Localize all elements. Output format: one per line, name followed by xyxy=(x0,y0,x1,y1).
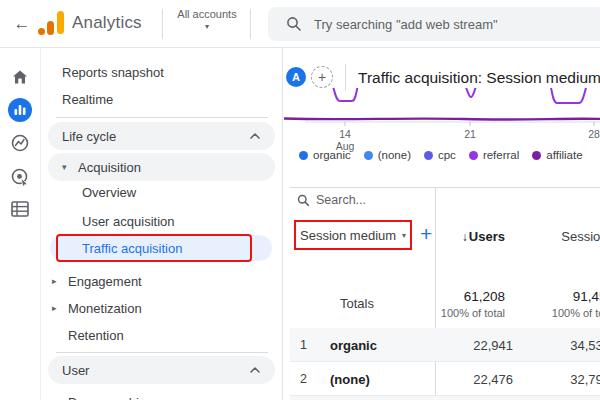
chart-legend: organic (none) cpc referral affiliate xyxy=(299,149,583,161)
caret-down-icon: ▾ xyxy=(402,231,406,240)
affiliate-series-line xyxy=(284,119,600,120)
legend-label: affiliate xyxy=(546,149,582,161)
caret-down-icon: ▾ xyxy=(168,22,246,31)
sidebar-item-monetization[interactable]: ▸ Monetization xyxy=(42,294,275,322)
divider xyxy=(162,9,163,39)
column-header-label: Users xyxy=(469,229,505,244)
sidebar-item-user-acquisition[interactable]: User acquisition xyxy=(42,207,275,235)
divider xyxy=(345,64,346,91)
search-icon xyxy=(297,194,310,207)
table-row[interactable]: 3 cpc 9,266 11,945 xyxy=(290,396,600,400)
x-tick-label: 21 xyxy=(459,128,481,140)
divider xyxy=(56,117,268,118)
table-border xyxy=(290,187,600,188)
sidebar-section-user[interactable]: User xyxy=(48,356,275,384)
legend-label: organic xyxy=(313,149,351,161)
home-icon[interactable] xyxy=(8,65,32,89)
sort-descending-icon: ↓ xyxy=(462,230,468,244)
legend-item-referral: referral xyxy=(469,149,519,161)
referral-series-line xyxy=(284,88,600,103)
row-sessions-value: 34,532 xyxy=(570,338,600,353)
legend-dot-icon xyxy=(424,151,433,160)
segment-avatar[interactable]: A xyxy=(286,67,306,87)
sidebar-item-realtime[interactable]: Realtime xyxy=(42,85,275,113)
sidebar-item-reports-snapshot[interactable]: Reports snapshot xyxy=(42,58,275,86)
totals-row-label: Totals xyxy=(340,296,374,311)
section-header-label: User xyxy=(62,363,89,378)
row-users-value: 22,476 xyxy=(473,372,513,387)
sidebar-item-demographics[interactable]: ▸ Demographics xyxy=(42,388,275,400)
legend-dot-icon xyxy=(299,151,308,160)
legend-dot-icon xyxy=(469,151,478,160)
explore-icon[interactable] xyxy=(8,131,32,155)
sidebar-item-label: Demographics xyxy=(68,395,152,400)
legend-label: cpc xyxy=(438,149,456,161)
triangle-down-icon: ▾ xyxy=(62,162,78,172)
account-selector-label: All accounts xyxy=(168,8,246,20)
row-dimension: (none) xyxy=(330,372,370,387)
sidebar-item-label: User acquisition xyxy=(82,214,175,229)
chevron-up-icon xyxy=(249,366,261,374)
totals-sessions-value: 91,452 xyxy=(573,289,600,304)
account-selector[interactable]: All accounts ▾ xyxy=(168,8,246,31)
triangle-right-icon: ▸ xyxy=(52,303,68,313)
section-header-label: Life cycle xyxy=(62,129,116,144)
global-search-input[interactable] xyxy=(314,17,554,32)
report-nav-sidebar: Reports snapshot Realtime Life cycle ▾ A… xyxy=(42,48,283,400)
sidebar-item-acquisition[interactable]: ▾ Acquisition xyxy=(48,153,275,181)
global-search-bar[interactable] xyxy=(268,7,600,41)
admin-library-icon[interactable] xyxy=(8,197,32,221)
triangle-right-icon: ▸ xyxy=(52,276,68,286)
table-row[interactable]: 1 organic 22,941 34,532 xyxy=(290,328,600,362)
sidebar-section-life-cycle[interactable]: Life cycle xyxy=(48,122,275,150)
legend-label: (none) xyxy=(378,149,411,161)
add-dimension-button[interactable]: + xyxy=(420,222,432,246)
sidebar-item-label: Retention xyxy=(68,328,124,343)
sidebar-item-label: Overview xyxy=(82,185,136,200)
sidebar-item-engagement[interactable]: ▸ Engagement xyxy=(42,267,275,295)
line-chart-fragment xyxy=(284,88,600,126)
advertising-icon[interactable] xyxy=(8,165,32,189)
divider xyxy=(250,9,251,39)
sidebar-item-label: Engagement xyxy=(68,274,142,289)
legend-dot-icon xyxy=(364,151,373,160)
legend-item-none: (none) xyxy=(364,149,411,161)
top-app-bar: ← Analytics All accounts ▾ xyxy=(0,0,600,48)
sidebar-item-overview[interactable]: Overview xyxy=(42,178,275,206)
dimension-selector[interactable]: Session medium ▾ xyxy=(300,228,406,243)
x-tick-label: 28 xyxy=(583,128,600,140)
x-tick-label: 14 xyxy=(334,128,356,140)
totals-users-value: 61,208 xyxy=(464,289,505,304)
dimension-selector-label: Session medium xyxy=(300,228,396,243)
row-sessions-value: 32,792 xyxy=(570,372,600,387)
logo-bar-tall xyxy=(57,11,64,34)
sidebar-item-label: Reports snapshot xyxy=(62,65,164,80)
legend-item-affiliate: affiliate xyxy=(532,149,582,161)
column-header-sessions[interactable]: Sessions xyxy=(561,229,600,244)
divider xyxy=(56,352,268,353)
legend-dot-icon xyxy=(532,151,541,160)
logo-bar-mid xyxy=(47,21,54,35)
table-search[interactable] xyxy=(297,193,416,207)
table-search-input[interactable] xyxy=(316,193,416,207)
totals-sessions-percent: 100% of total xyxy=(552,307,600,319)
analytics-logo-icon xyxy=(38,11,64,35)
back-arrow-icon[interactable]: ← xyxy=(10,12,34,36)
row-number: 2 xyxy=(300,372,307,386)
search-icon xyxy=(286,16,302,32)
row-dimension: organic xyxy=(330,338,377,353)
sidebar-item-label: Traffic acquisition xyxy=(82,241,182,256)
column-header-users[interactable]: ↓Users xyxy=(462,229,505,244)
add-comparison-button[interactable]: + xyxy=(311,66,333,88)
app-title: Analytics xyxy=(72,13,142,33)
sidebar-item-traffic-acquisition[interactable]: Traffic acquisition xyxy=(50,235,272,261)
totals-users-percent: 100% of total xyxy=(441,307,505,319)
report-main-area: A + Traffic acquisition: Session medium … xyxy=(284,48,600,400)
legend-item-cpc: cpc xyxy=(424,149,456,161)
sidebar-item-label: Acquisition xyxy=(78,160,141,175)
row-number: 1 xyxy=(300,338,307,352)
sidebar-item-retention[interactable]: Retention xyxy=(42,321,275,349)
reports-icon[interactable] xyxy=(8,98,32,122)
left-icon-rail xyxy=(0,48,41,400)
table-row[interactable]: 2 (none) 22,476 32,792 xyxy=(290,362,600,396)
